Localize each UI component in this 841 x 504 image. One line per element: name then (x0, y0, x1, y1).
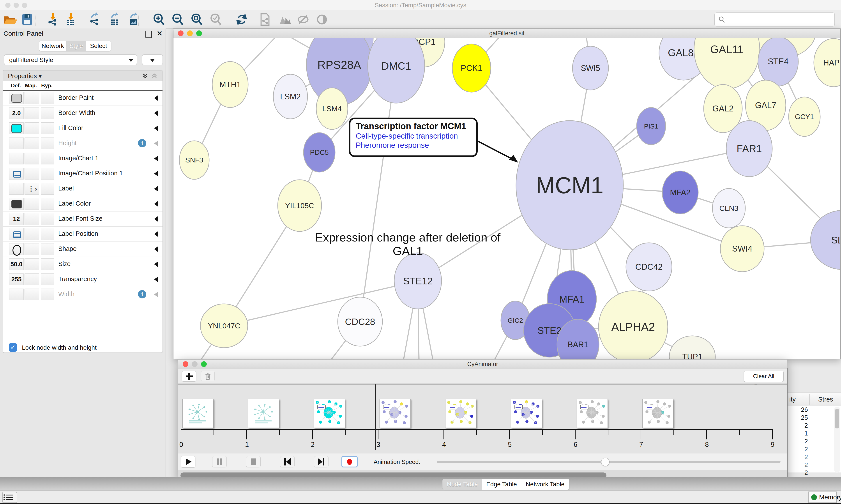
animation-timeline[interactable]: 0123456789 Seconds (178, 384, 787, 453)
bypass-cell[interactable] (41, 183, 54, 195)
tab-network-table[interactable]: Network Table (521, 479, 569, 490)
panel-float-icon[interactable] (145, 31, 152, 38)
mapping-cell[interactable] (24, 107, 39, 119)
property-row[interactable]: Label Color (3, 196, 162, 212)
network-node[interactable]: PDC5 (304, 133, 335, 172)
frame-thumbnail[interactable] (511, 399, 542, 428)
expand-all-icon[interactable] (142, 73, 148, 79)
table-row[interactable]: 2 (788, 446, 841, 453)
bypass-cell[interactable] (41, 122, 54, 134)
frame-thumbnail[interactable] (248, 399, 279, 428)
delete-frame-button[interactable] (201, 371, 215, 381)
default-value-cell[interactable]: 2.0 (9, 107, 24, 119)
mapping-cell[interactable] (24, 92, 39, 104)
expand-property-icon[interactable] (154, 95, 158, 101)
network-node[interactable]: ALPHA2 (598, 291, 668, 359)
default-value-cell[interactable] (9, 289, 24, 300)
default-value-cell[interactable] (9, 122, 24, 134)
network-node[interactable]: MFA2 (662, 171, 698, 214)
cyanimator-titlebar[interactable]: CyAnimator (178, 360, 787, 369)
mapping-cell[interactable] (24, 228, 39, 240)
property-row[interactable]: Heighti (3, 136, 162, 151)
lock-node-size-row[interactable]: ✓ Lock node width and height (3, 342, 162, 353)
network-node[interactable]: SNF3 (179, 141, 209, 179)
mapping-cell[interactable] (24, 152, 39, 164)
network-node[interactable]: HAP2 (814, 38, 840, 87)
info-icon[interactable]: i (138, 139, 146, 147)
network-node[interactable]: YNL047C (200, 304, 248, 348)
network-node[interactable]: PIS1 (637, 108, 666, 145)
default-value-cell[interactable] (9, 198, 24, 210)
expand-property-icon[interactable] (154, 277, 158, 282)
frame-thumbnail[interactable] (642, 399, 674, 428)
mapping-cell[interactable] (24, 168, 39, 180)
mapping-cell[interactable] (24, 289, 39, 300)
network-node[interactable]: GCY1 (789, 97, 820, 137)
network-node[interactable]: SWI5 (572, 46, 608, 90)
network-document-icon[interactable] (258, 13, 272, 26)
record-button[interactable] (341, 456, 358, 467)
network-node[interactable]: LSM4 (316, 88, 348, 129)
import-network-icon[interactable] (46, 13, 60, 26)
network-node[interactable]: YIL105C (278, 180, 322, 231)
expand-property-icon[interactable] (154, 126, 158, 131)
export-network-icon[interactable] (87, 13, 101, 26)
expand-property-icon[interactable] (154, 156, 158, 161)
property-row[interactable]: Border Paint (3, 91, 162, 106)
network-node[interactable]: MCM1 (516, 121, 623, 250)
bypass-cell[interactable] (41, 107, 54, 119)
add-frame-button[interactable] (182, 371, 196, 381)
export-table-icon[interactable] (107, 13, 121, 26)
network-node[interactable]: GAL11 (694, 38, 760, 89)
stop-button[interactable] (246, 456, 261, 467)
table-row[interactable]: 2 (788, 422, 841, 430)
property-row[interactable]: ⋮›Label (3, 181, 162, 196)
bypass-cell[interactable] (41, 228, 54, 240)
panel-close-icon[interactable]: ✕ (157, 29, 162, 38)
mapping-cell[interactable] (24, 122, 39, 134)
default-value-cell[interactable] (9, 168, 24, 180)
checkbox-checked-icon[interactable]: ✓ (9, 343, 17, 352)
pause-button[interactable] (212, 456, 227, 467)
skip-to-start-button[interactable] (280, 456, 294, 467)
property-row[interactable]: 2.0Border Width (3, 106, 162, 121)
network-canvas[interactable]: DCP1RPS28ADMC1PCK1SWI5GAL80GAL11STE4HAP2… (174, 38, 840, 359)
table-row[interactable]: 26 (788, 406, 841, 414)
table-row[interactable]: 2 (788, 469, 841, 477)
default-value-cell[interactable]: 12 (9, 213, 24, 225)
bypass-cell[interactable] (41, 258, 54, 270)
property-row[interactable]: Image/Chart Position 1 (3, 166, 162, 181)
tab-network[interactable]: Network (39, 41, 67, 51)
task-history-button[interactable] (2, 492, 17, 503)
tab-style[interactable]: Style (67, 41, 86, 51)
table-row[interactable]: 1 (788, 430, 841, 438)
network-window-titlebar[interactable]: galFiltered.sif (174, 29, 840, 38)
memory-button[interactable]: Memory (808, 491, 837, 503)
mapping-cell[interactable] (24, 258, 39, 270)
expand-property-icon[interactable] (154, 231, 158, 237)
birds-eye-icon[interactable] (278, 13, 292, 26)
mapping-cell[interactable]: ⋮› (24, 183, 39, 195)
network-edge[interactable] (224, 281, 418, 326)
expand-property-icon[interactable] (154, 262, 158, 267)
show-graphics-icon[interactable] (315, 13, 329, 26)
hide-graphics-icon[interactable] (296, 13, 310, 26)
table-row[interactable]: 2 (788, 438, 841, 446)
bypass-cell[interactable] (41, 289, 54, 300)
mapping-cell[interactable] (24, 198, 39, 210)
property-row[interactable]: Label Position (3, 227, 162, 242)
search-input[interactable] (714, 13, 835, 26)
table-vertical-scrollbar[interactable] (834, 407, 840, 473)
default-value-cell[interactable] (9, 183, 24, 195)
default-value-cell[interactable]: 255 (9, 273, 24, 285)
expand-property-icon[interactable] (154, 141, 158, 146)
bypass-cell[interactable] (41, 92, 54, 104)
zoom-fit-icon[interactable] (190, 13, 204, 26)
clear-all-frames-button[interactable]: Clear All Frames (744, 371, 784, 382)
property-row[interactable]: 50.0Size (3, 257, 162, 272)
style-selector[interactable]: galFiltered Style (4, 54, 137, 65)
tab-node-table[interactable]: Node Table (443, 479, 482, 490)
network-edge[interactable] (360, 66, 396, 322)
default-value-cell[interactable] (9, 138, 24, 149)
info-icon[interactable]: i (138, 290, 146, 299)
